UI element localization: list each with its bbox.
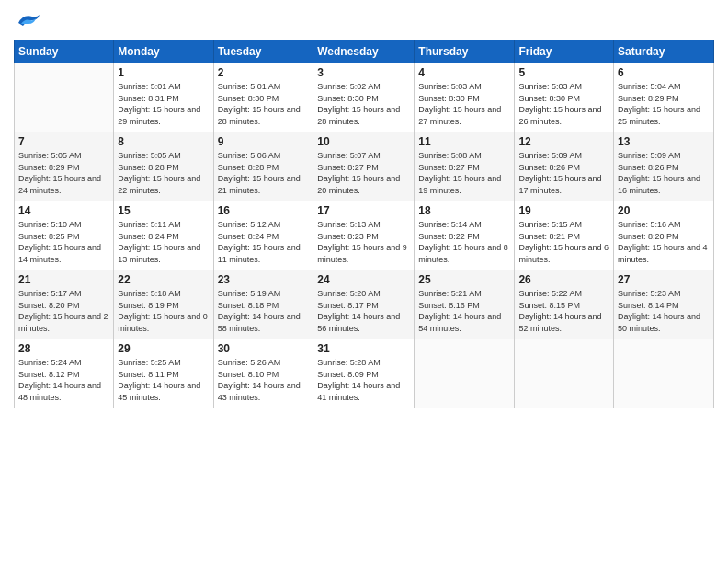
day-cell: 9Sunrise: 5:06 AM Sunset: 8:28 PM Daylig… bbox=[213, 132, 313, 201]
day-cell: 29Sunrise: 5:25 AM Sunset: 8:11 PM Dayli… bbox=[114, 339, 213, 408]
day-number: 15 bbox=[118, 204, 209, 217]
col-header-friday: Friday bbox=[515, 40, 614, 63]
day-info: Sunrise: 5:01 AM Sunset: 8:30 PM Dayligh… bbox=[218, 81, 310, 127]
day-cell: 10Sunrise: 5:07 AM Sunset: 8:27 PM Dayli… bbox=[313, 132, 415, 201]
week-row-5: 28Sunrise: 5:24 AM Sunset: 8:12 PM Dayli… bbox=[15, 339, 714, 408]
week-row-2: 7Sunrise: 5:05 AM Sunset: 8:29 PM Daylig… bbox=[15, 132, 714, 201]
week-row-1: 1Sunrise: 5:01 AM Sunset: 8:31 PM Daylig… bbox=[15, 63, 714, 132]
day-number: 13 bbox=[618, 135, 710, 148]
day-number: 20 bbox=[618, 204, 710, 217]
day-cell: 5Sunrise: 5:03 AM Sunset: 8:30 PM Daylig… bbox=[515, 63, 614, 132]
day-cell: 19Sunrise: 5:15 AM Sunset: 8:21 PM Dayli… bbox=[515, 201, 614, 270]
day-info: Sunrise: 5:02 AM Sunset: 8:30 PM Dayligh… bbox=[317, 81, 410, 127]
day-cell: 12Sunrise: 5:09 AM Sunset: 8:26 PM Dayli… bbox=[515, 132, 614, 201]
day-number: 27 bbox=[618, 273, 710, 286]
day-cell: 6Sunrise: 5:04 AM Sunset: 8:29 PM Daylig… bbox=[614, 63, 714, 132]
day-info: Sunrise: 5:09 AM Sunset: 8:26 PM Dayligh… bbox=[518, 150, 609, 196]
header-row: SundayMondayTuesdayWednesdayThursdayFrid… bbox=[15, 40, 714, 63]
day-number: 18 bbox=[418, 204, 510, 217]
day-info: Sunrise: 5:25 AM Sunset: 8:11 PM Dayligh… bbox=[118, 357, 209, 403]
day-info: Sunrise: 5:10 AM Sunset: 8:25 PM Dayligh… bbox=[18, 219, 109, 265]
day-info: Sunrise: 5:01 AM Sunset: 8:31 PM Dayligh… bbox=[118, 81, 209, 127]
day-cell: 13Sunrise: 5:09 AM Sunset: 8:26 PM Dayli… bbox=[614, 132, 714, 201]
day-cell: 22Sunrise: 5:18 AM Sunset: 8:19 PM Dayli… bbox=[114, 270, 213, 339]
day-info: Sunrise: 5:11 AM Sunset: 8:24 PM Dayligh… bbox=[118, 219, 209, 265]
day-number: 14 bbox=[18, 204, 109, 217]
day-info: Sunrise: 5:16 AM Sunset: 8:20 PM Dayligh… bbox=[618, 219, 710, 265]
calendar-container: SundayMondayTuesdayWednesdayThursdayFrid… bbox=[0, 0, 728, 563]
day-cell: 16Sunrise: 5:12 AM Sunset: 8:24 PM Dayli… bbox=[213, 201, 313, 270]
day-number: 28 bbox=[18, 342, 109, 355]
day-number: 23 bbox=[218, 273, 310, 286]
day-number: 19 bbox=[518, 204, 609, 217]
day-cell: 23Sunrise: 5:19 AM Sunset: 8:18 PM Dayli… bbox=[213, 270, 313, 339]
day-info: Sunrise: 5:12 AM Sunset: 8:24 PM Dayligh… bbox=[218, 219, 310, 265]
day-info: Sunrise: 5:09 AM Sunset: 8:26 PM Dayligh… bbox=[618, 150, 710, 196]
day-info: Sunrise: 5:15 AM Sunset: 8:21 PM Dayligh… bbox=[518, 219, 609, 265]
day-number: 31 bbox=[317, 342, 410, 355]
day-info: Sunrise: 5:13 AM Sunset: 8:23 PM Dayligh… bbox=[317, 219, 410, 265]
day-info: Sunrise: 5:18 AM Sunset: 8:19 PM Dayligh… bbox=[118, 288, 209, 334]
day-number: 6 bbox=[618, 66, 710, 79]
col-header-sunday: Sunday bbox=[15, 40, 114, 63]
day-cell: 17Sunrise: 5:13 AM Sunset: 8:23 PM Dayli… bbox=[313, 201, 415, 270]
day-number: 21 bbox=[18, 273, 109, 286]
day-info: Sunrise: 5:03 AM Sunset: 8:30 PM Dayligh… bbox=[418, 81, 510, 127]
day-cell: 25Sunrise: 5:21 AM Sunset: 8:16 PM Dayli… bbox=[415, 270, 515, 339]
day-cell: 21Sunrise: 5:17 AM Sunset: 8:20 PM Dayli… bbox=[15, 270, 114, 339]
day-cell: 26Sunrise: 5:22 AM Sunset: 8:15 PM Dayli… bbox=[515, 270, 614, 339]
day-info: Sunrise: 5:23 AM Sunset: 8:14 PM Dayligh… bbox=[618, 288, 710, 334]
col-header-tuesday: Tuesday bbox=[213, 40, 313, 63]
day-number: 30 bbox=[218, 342, 310, 355]
day-cell: 11Sunrise: 5:08 AM Sunset: 8:27 PM Dayli… bbox=[415, 132, 515, 201]
day-info: Sunrise: 5:20 AM Sunset: 8:17 PM Dayligh… bbox=[317, 288, 410, 334]
day-cell: 7Sunrise: 5:05 AM Sunset: 8:29 PM Daylig… bbox=[15, 132, 114, 201]
col-header-monday: Monday bbox=[114, 40, 213, 63]
day-number: 22 bbox=[118, 273, 209, 286]
day-cell: 1Sunrise: 5:01 AM Sunset: 8:31 PM Daylig… bbox=[114, 63, 213, 132]
calendar-table: SundayMondayTuesdayWednesdayThursdayFrid… bbox=[14, 40, 714, 408]
day-cell: 31Sunrise: 5:28 AM Sunset: 8:09 PM Dayli… bbox=[313, 339, 415, 408]
day-cell: 28Sunrise: 5:24 AM Sunset: 8:12 PM Dayli… bbox=[15, 339, 114, 408]
col-header-saturday: Saturday bbox=[614, 40, 714, 63]
day-number: 17 bbox=[317, 204, 410, 217]
day-info: Sunrise: 5:08 AM Sunset: 8:27 PM Dayligh… bbox=[418, 150, 510, 196]
day-info: Sunrise: 5:22 AM Sunset: 8:15 PM Dayligh… bbox=[518, 288, 609, 334]
day-cell bbox=[15, 63, 114, 132]
day-info: Sunrise: 5:19 AM Sunset: 8:18 PM Dayligh… bbox=[218, 288, 310, 334]
day-cell: 15Sunrise: 5:11 AM Sunset: 8:24 PM Dayli… bbox=[114, 201, 213, 270]
day-info: Sunrise: 5:06 AM Sunset: 8:28 PM Dayligh… bbox=[218, 150, 310, 196]
day-info: Sunrise: 5:24 AM Sunset: 8:12 PM Dayligh… bbox=[18, 357, 109, 403]
header bbox=[14, 9, 714, 32]
day-number: 4 bbox=[418, 66, 510, 79]
day-number: 24 bbox=[317, 273, 410, 286]
day-number: 26 bbox=[518, 273, 609, 286]
day-number: 9 bbox=[218, 135, 310, 148]
day-cell: 27Sunrise: 5:23 AM Sunset: 8:14 PM Dayli… bbox=[614, 270, 714, 339]
day-number: 1 bbox=[118, 66, 209, 79]
day-number: 29 bbox=[118, 342, 209, 355]
logo-icon bbox=[14, 9, 41, 32]
day-cell bbox=[415, 339, 515, 408]
logo bbox=[14, 9, 45, 32]
day-number: 12 bbox=[518, 135, 609, 148]
day-cell: 18Sunrise: 5:14 AM Sunset: 8:22 PM Dayli… bbox=[415, 201, 515, 270]
day-info: Sunrise: 5:26 AM Sunset: 8:10 PM Dayligh… bbox=[218, 357, 310, 403]
day-info: Sunrise: 5:03 AM Sunset: 8:30 PM Dayligh… bbox=[518, 81, 609, 127]
day-number: 7 bbox=[18, 135, 109, 148]
day-number: 3 bbox=[317, 66, 410, 79]
day-cell: 24Sunrise: 5:20 AM Sunset: 8:17 PM Dayli… bbox=[313, 270, 415, 339]
day-cell: 20Sunrise: 5:16 AM Sunset: 8:20 PM Dayli… bbox=[614, 201, 714, 270]
day-cell: 2Sunrise: 5:01 AM Sunset: 8:30 PM Daylig… bbox=[213, 63, 313, 132]
day-cell bbox=[614, 339, 714, 408]
day-info: Sunrise: 5:05 AM Sunset: 8:29 PM Dayligh… bbox=[18, 150, 109, 196]
day-number: 25 bbox=[418, 273, 510, 286]
day-cell: 3Sunrise: 5:02 AM Sunset: 8:30 PM Daylig… bbox=[313, 63, 415, 132]
day-number: 10 bbox=[317, 135, 410, 148]
day-number: 5 bbox=[518, 66, 609, 79]
day-info: Sunrise: 5:28 AM Sunset: 8:09 PM Dayligh… bbox=[317, 357, 410, 403]
week-row-4: 21Sunrise: 5:17 AM Sunset: 8:20 PM Dayli… bbox=[15, 270, 714, 339]
day-number: 8 bbox=[118, 135, 209, 148]
day-info: Sunrise: 5:04 AM Sunset: 8:29 PM Dayligh… bbox=[618, 81, 710, 127]
day-cell: 4Sunrise: 5:03 AM Sunset: 8:30 PM Daylig… bbox=[415, 63, 515, 132]
